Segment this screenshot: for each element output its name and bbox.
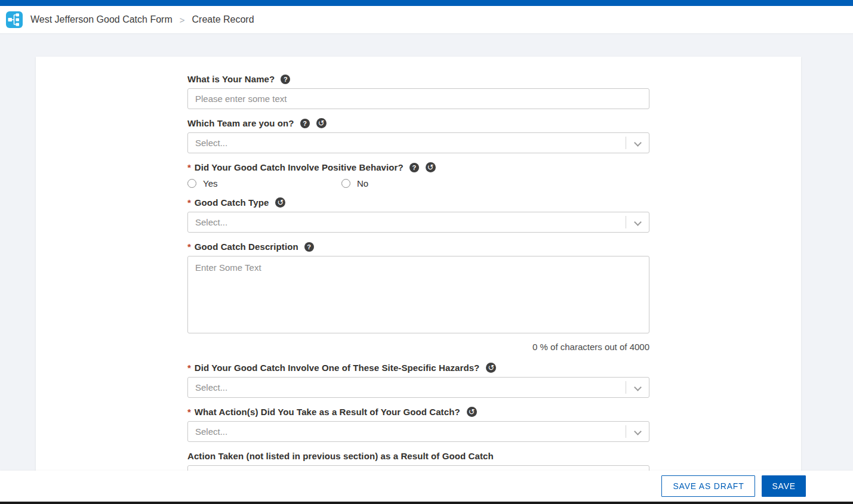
radio-no-label: No: [357, 178, 368, 188]
team-select-value: Select...: [195, 138, 227, 148]
help-icon[interactable]: ?: [300, 119, 310, 128]
help-icon[interactable]: ?: [409, 163, 419, 172]
form-card: What is Your Name? ? Which Team are you …: [36, 57, 801, 504]
hazards-select-value: Select...: [195, 382, 227, 392]
top-accent-bar: [0, 0, 853, 6]
radio-option-no[interactable]: No: [341, 178, 495, 188]
chevron-down-icon: [634, 384, 642, 391]
radio-yes[interactable]: [187, 179, 196, 188]
save-as-draft-button[interactable]: SAVE AS DRAFT: [661, 475, 755, 497]
chevron-down-icon: [634, 218, 642, 226]
radio-yes-label: Yes: [203, 178, 217, 188]
required-marker: *: [187, 363, 191, 373]
field-description: * Good Catch Description ? 0 % of charac…: [187, 242, 649, 352]
radio-no[interactable]: [341, 179, 350, 188]
select-divider: [626, 425, 626, 438]
header-bar: West Jefferson Good Catch Form > Create …: [0, 6, 853, 34]
character-counter: 0 % of characters out of 4000: [187, 342, 649, 352]
actions-select[interactable]: Select...: [187, 421, 649, 442]
field-team-label: Which Team are you on?: [187, 118, 294, 128]
description-textarea[interactable]: [187, 256, 649, 333]
select-divider: [626, 137, 626, 149]
breadcrumb-separator-icon: >: [180, 15, 185, 25]
field-actions-label-row: * What Action(s) Did You Take as a Resul…: [187, 407, 649, 417]
actions-select-value: Select...: [195, 426, 227, 437]
chevron-down-icon: [634, 428, 642, 435]
field-good-catch-type: * Good Catch Type ↺ Select...: [187, 197, 649, 233]
save-button[interactable]: SAVE: [762, 475, 806, 497]
field-hazards: * Did Your Good Catch Involve One of The…: [187, 363, 649, 398]
required-marker: *: [187, 407, 191, 417]
breadcrumb-app-title[interactable]: West Jefferson Good Catch Form: [30, 14, 173, 25]
positive-behavior-radio-group: Yes No: [187, 178, 649, 188]
form-content: What is Your Name? ? Which Team are you …: [187, 57, 649, 486]
required-marker: *: [187, 242, 191, 252]
field-good-catch-type-label-row: * Good Catch Type ↺: [187, 197, 649, 208]
team-select[interactable]: Select...: [187, 132, 649, 153]
history-icon[interactable]: ↺: [486, 363, 496, 373]
required-marker: *: [187, 162, 191, 172]
select-divider: [626, 381, 626, 394]
breadcrumb: West Jefferson Good Catch Form > Create …: [30, 14, 254, 25]
field-good-catch-type-label: Good Catch Type: [195, 197, 269, 208]
field-actions: * What Action(s) Did You Take as a Resul…: [187, 407, 649, 442]
field-positive-behavior-label: Did Your Good Catch Involve Positive Beh…: [195, 162, 404, 172]
required-marker: *: [187, 197, 191, 208]
footer-action-bar: SAVE AS DRAFT SAVE: [0, 471, 853, 504]
help-icon[interactable]: ?: [304, 242, 314, 252]
field-hazards-label-row: * Did Your Good Catch Involve One of The…: [187, 363, 649, 373]
name-input[interactable]: [187, 88, 649, 109]
history-icon[interactable]: ↺: [316, 118, 327, 128]
field-description-label: Good Catch Description: [195, 242, 298, 252]
help-icon[interactable]: ?: [281, 75, 290, 84]
field-positive-behavior-label-row: * Did Your Good Catch Involve Positive B…: [187, 162, 649, 172]
history-icon[interactable]: ↺: [275, 197, 285, 208]
field-team-label-row: Which Team are you on? ? ↺: [187, 118, 649, 128]
breadcrumb-page-title: Create Record: [192, 14, 254, 25]
good-catch-type-select-value: Select...: [195, 217, 227, 227]
field-description-label-row: * Good Catch Description ?: [187, 242, 649, 252]
good-catch-type-select[interactable]: Select...: [187, 212, 649, 233]
chevron-down-icon: [634, 139, 642, 147]
field-name-label: What is Your Name?: [187, 74, 275, 84]
field-action-taken-other-label-row: Action Taken (not listed in previous sec…: [187, 451, 649, 461]
field-positive-behavior: * Did Your Good Catch Involve Positive B…: [187, 162, 649, 188]
field-action-taken-other-label: Action Taken (not listed in previous sec…: [187, 451, 494, 461]
field-actions-label: What Action(s) Did You Take as a Result …: [195, 407, 460, 417]
field-name: What is Your Name? ?: [187, 74, 649, 109]
history-icon[interactable]: ↺: [426, 162, 436, 172]
field-name-label-row: What is Your Name? ?: [187, 74, 649, 84]
select-divider: [626, 216, 626, 228]
app-icon: [6, 11, 23, 28]
history-icon[interactable]: ↺: [467, 407, 477, 417]
field-hazards-label: Did Your Good Catch Involve One of These…: [195, 363, 480, 373]
radio-option-yes[interactable]: Yes: [187, 178, 341, 188]
hazards-select[interactable]: Select...: [187, 377, 649, 398]
field-team: Which Team are you on? ? ↺ Select...: [187, 118, 649, 153]
